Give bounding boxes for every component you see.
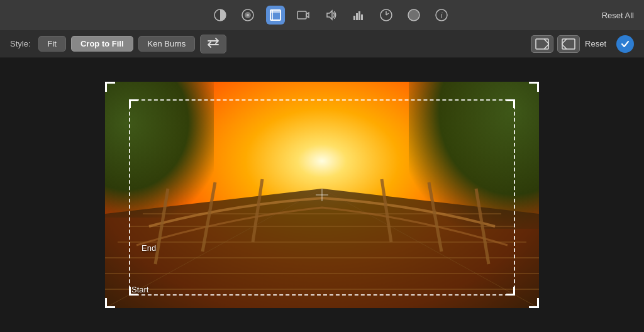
svg-rect-11 xyxy=(358,11,360,20)
outer-corner-tr xyxy=(529,82,539,92)
svg-rect-7 xyxy=(297,11,306,19)
label-start: Start xyxy=(131,285,148,294)
crop-to-fill-button[interactable]: Crop to Fill xyxy=(71,36,133,52)
fit-button[interactable]: Fit xyxy=(38,36,66,52)
svg-text:i: i xyxy=(441,11,443,20)
frame-button-1[interactable] xyxy=(531,35,553,53)
outer-corner-br xyxy=(529,298,539,308)
confirm-button[interactable] xyxy=(616,35,634,53)
svg-point-3 xyxy=(247,14,249,16)
svg-rect-19 xyxy=(562,39,575,49)
label-end: End xyxy=(142,243,156,253)
mask-icon[interactable] xyxy=(404,6,423,25)
top-toolbar: i Reset All xyxy=(0,0,644,30)
video-effects-icon[interactable] xyxy=(294,6,313,25)
swap-button[interactable] xyxy=(200,35,226,53)
color-board-icon[interactable] xyxy=(238,6,257,25)
svg-rect-12 xyxy=(361,14,363,20)
reset-all-button[interactable]: Reset All xyxy=(602,11,634,20)
svg-marker-8 xyxy=(327,11,332,19)
bridge-svg xyxy=(105,82,539,308)
ken-burns-button[interactable]: Ken Burns xyxy=(138,36,196,52)
image-frame[interactable]: End Start xyxy=(105,82,539,308)
svg-rect-18 xyxy=(536,39,548,49)
color-correction-icon[interactable] xyxy=(211,6,230,25)
frame-buttons xyxy=(531,35,580,53)
svg-rect-9 xyxy=(353,16,355,20)
audio-icon[interactable] xyxy=(321,6,340,25)
speed-icon[interactable] xyxy=(377,6,396,25)
reset-button[interactable]: Reset xyxy=(585,39,606,48)
outer-corner-bl xyxy=(105,298,115,308)
style-label: Style: xyxy=(10,39,31,48)
svg-rect-10 xyxy=(356,13,358,20)
style-bar: Style: Fit Crop to Fill Ken Burns Reset xyxy=(0,30,644,58)
frame-button-2[interactable] xyxy=(557,35,580,53)
info-icon[interactable]: i xyxy=(432,6,451,25)
equalizer-icon[interactable] xyxy=(349,6,368,25)
canvas-area: End Start xyxy=(0,58,644,332)
crop-icon[interactable] xyxy=(266,6,285,25)
toolbar-icons: i xyxy=(60,6,602,25)
outer-corner-tl xyxy=(105,82,115,92)
